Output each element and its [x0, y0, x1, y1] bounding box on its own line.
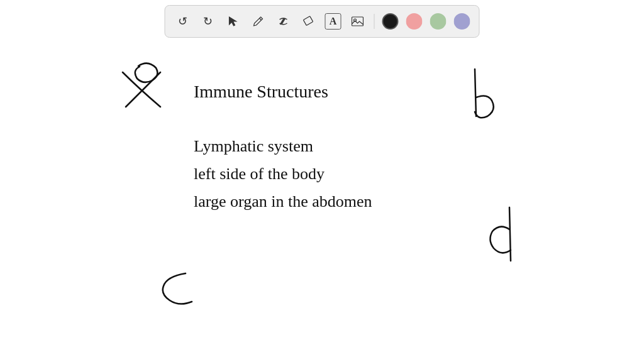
lymphatic-system-text: Lymphatic system: [194, 137, 313, 156]
left-side-text: left side of the body: [194, 165, 325, 184]
large-organ-text: large organ in the abdomen: [194, 192, 372, 211]
canvas-area[interactable]: Immune Structures Lymphatic system left …: [0, 0, 644, 362]
immune-structures-text: Immune Structures: [194, 82, 328, 102]
